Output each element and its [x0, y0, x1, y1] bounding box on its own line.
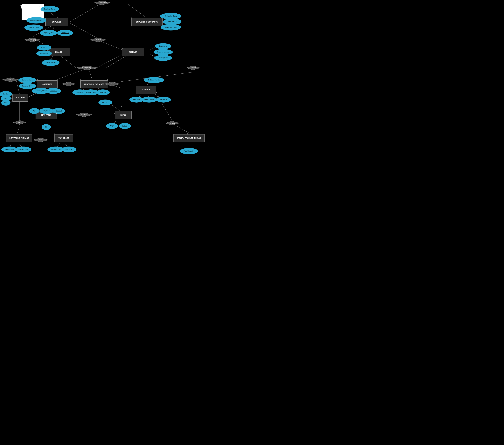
card-n-cp: N [80, 79, 81, 81]
vehicle-no-text: Vehicle_No [65, 149, 72, 150]
total-quantity-text: Total_Quantity [184, 150, 194, 152]
card-1-des: 1 [131, 17, 132, 18]
card-1-takes: 1 [13, 119, 13, 121]
receiver-name-text: Receiver_Name [158, 57, 168, 59]
have-assigned-label: have assigned [98, 2, 107, 3]
customer-cnic-text: Customer_CNIC [22, 85, 32, 87]
special-package-details-label: SPECIAL_PACKAGE_DETAILS [177, 137, 201, 139]
sends-package-label: sends package [82, 67, 91, 68]
drives-label: Drives [39, 139, 43, 141]
er-diagram: EMPLOYEE EMPLOYEE_DESIGNATION BRANCH REC… [0, 0, 252, 222]
date-text: Date [4, 102, 7, 103]
post-boy-label: POST_BOY [16, 97, 25, 99]
card-n1: N [20, 5, 21, 7]
card-1-branch: 1 [50, 48, 51, 49]
card-n-takes: N [21, 133, 22, 135]
card-n-pb: N [27, 96, 29, 98]
package-id-text: Package_Id [76, 91, 84, 93]
departure-date-text: Departure_Date [18, 149, 28, 150]
receiver-id-text: Receiver_Id [159, 45, 167, 47]
card-n-cust: N [36, 79, 38, 81]
employee-id-text: Employee_Id [61, 32, 69, 34]
designation-id-text: Designation_Id [168, 21, 177, 22]
card-m: M [57, 17, 58, 19]
card-n-recv: N [122, 48, 123, 49]
customer-packages-label: CUSTOMER_PACKAGES [84, 83, 104, 85]
status-id-text: Status_Id [56, 110, 62, 112]
customer-name-text: Customer_Name [22, 79, 33, 81]
owns-label: owns [67, 83, 70, 85]
employee-name-text: Employee_Name [44, 8, 55, 10]
product-label: PRODUCT [142, 89, 150, 91]
customer-label: CUSTOMER [42, 83, 52, 85]
city2-text: City2 [33, 110, 36, 112]
delivered-date-text: Delivered_Date [5, 149, 14, 150]
customer-address-text: Customer_Address [35, 90, 47, 92]
contains-label: contains [170, 122, 175, 124]
card-n-cust2: N [57, 79, 58, 81]
transport-type-text: Transport_Type [51, 149, 61, 150]
designation-name-text: Designation_Name [165, 26, 177, 28]
receiver-address-text: Receiver_Address [157, 51, 169, 53]
card-n-cr: N [56, 113, 57, 114]
receiver-label: RECEIVER [129, 51, 137, 53]
rates-label: RATES [120, 114, 126, 116]
in-stock-quantity-text: In_Stock_Quantity [148, 79, 160, 81]
departure-package-label: DEPARTURE_PACKAGE [9, 137, 29, 139]
rate-id-text: Rate_Id [122, 125, 127, 127]
employee-entity-label: EMPLOYEE [52, 21, 61, 23]
producrt-id-text: Producrt_Id [160, 99, 167, 100]
branh-id-text: Branh_Id [41, 47, 47, 48]
consists-label: consists [191, 67, 196, 68]
city-rates-label: CITY_RATES [41, 114, 51, 116]
card-1-1: 1 [39, 6, 40, 7]
designation-salary-text: Designation_Salary [165, 15, 177, 17]
city-text: City [45, 126, 47, 128]
customer-id-text: Customer_Id [49, 90, 57, 92]
branch-city-text: Branch_City [40, 53, 48, 54]
is-managing-label: is managing [28, 39, 36, 41]
employee-address-text: Employee_Address [30, 19, 43, 21]
received-label: Received [95, 39, 101, 41]
weight-text: Weight [110, 125, 114, 127]
card-n-cp2: N [107, 79, 108, 81]
employee-phone-text: Employee_phone [28, 27, 39, 28]
total-bill-text: Total_Bill [100, 91, 106, 93]
city-rates-attr-text: City_Rates [43, 110, 50, 112]
shift-text: Shift [4, 98, 7, 99]
card-1-spd: 1 [187, 133, 188, 135]
rate-type-text: Rate_Type [102, 102, 109, 103]
includes-label: includes [81, 114, 87, 116]
employee-cnic-text: Employee_CNIC [43, 32, 54, 34]
card-n-ratesc: N [121, 106, 122, 107]
product-name-text: Product_Name [144, 99, 154, 100]
card-1-pb: 1 [12, 102, 13, 103]
employee-designation-label: EMPLOYEE_DESIGNATION [136, 21, 158, 23]
branch-label: BRANCH [55, 51, 62, 53]
branch-address-text: Branch_address [46, 62, 56, 63]
unit-price-text: Unit_Price [133, 99, 140, 100]
transport-label: TRANSPORT [58, 137, 69, 139]
costs-label: costs [110, 83, 113, 85]
location-text: Location [3, 93, 9, 95]
card-n-rates: N [114, 113, 115, 114]
card-n-drives: N [54, 133, 55, 135]
card-n-spd2: N [156, 91, 157, 93]
takes-label: takes [18, 122, 21, 123]
receiving-date-text: Receiving_Date [86, 91, 96, 93]
works-as-label: works as [8, 79, 13, 81]
